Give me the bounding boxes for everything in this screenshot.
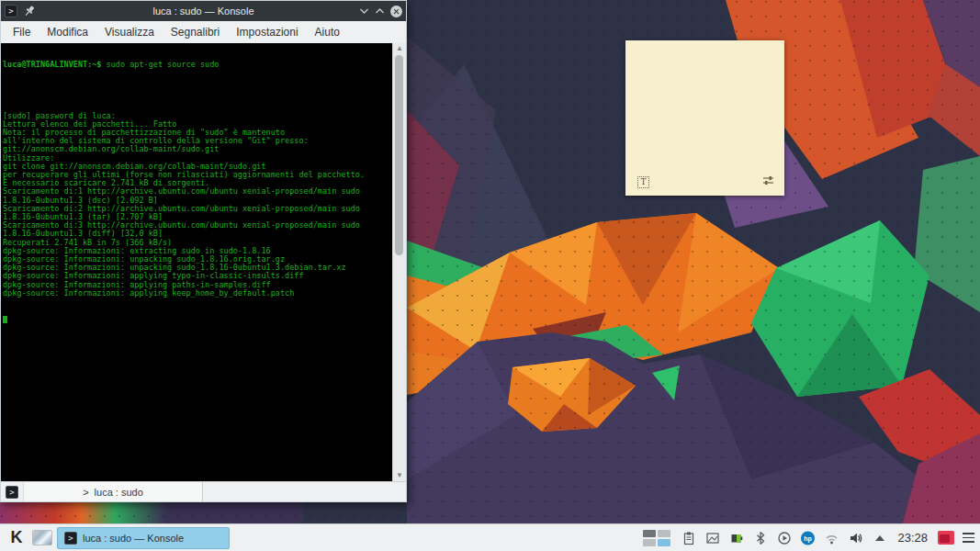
scroll-up-icon[interactable]: ▲ bbox=[393, 44, 406, 53]
konsole-window: > luca : sudo — Konsole Fi bbox=[0, 0, 407, 502]
konsole-task-icon: > bbox=[64, 532, 77, 545]
battery-icon[interactable] bbox=[728, 530, 744, 545]
maximize-icon[interactable] bbox=[375, 6, 385, 16]
hp-device-icon[interactable]: hp bbox=[800, 530, 816, 545]
image-icon[interactable] bbox=[704, 530, 720, 545]
format-text-icon[interactable]: T bbox=[637, 176, 649, 188]
konsole-window-icon: > bbox=[5, 5, 17, 17]
konsole-tab-icon: > bbox=[83, 487, 88, 498]
task-button-konsole[interactable]: > luca : sudo — Konsole bbox=[57, 527, 230, 549]
new-tab-button[interactable]: > bbox=[1, 482, 23, 501]
task-button-label: luca : sudo — Konsole bbox=[83, 533, 184, 544]
media-player-icon[interactable] bbox=[776, 530, 792, 545]
terminal-cursor bbox=[3, 316, 7, 323]
menu-bar: FileModificaVisualizzaSegnalibriImpostaz… bbox=[1, 21, 406, 43]
desktop-pager-icon[interactable] bbox=[32, 530, 52, 545]
tab-bar: > > luca : sudo bbox=[1, 481, 406, 501]
virtual-desktop-pager[interactable] bbox=[643, 530, 670, 546]
window-titlebar[interactable]: > luca : sudo — Konsole bbox=[1, 1, 406, 21]
menu-item[interactable]: Impostazioni bbox=[228, 23, 306, 41]
menu-item[interactable]: File bbox=[5, 23, 39, 41]
terminal-scrollbar[interactable]: ▲ ▼ bbox=[392, 43, 406, 481]
desktop: T > luca : sudo — Konsole bbox=[0, 0, 980, 551]
volume-icon[interactable] bbox=[848, 530, 863, 545]
menu-item[interactable]: Aiuto bbox=[307, 23, 348, 41]
bluetooth-icon[interactable] bbox=[752, 530, 768, 545]
terminal-line: luca@TRINGALINVENT:~$ sudo apt-get sourc… bbox=[3, 61, 392, 69]
menu-item[interactable]: Segnalibri bbox=[163, 23, 228, 41]
application-launcher-icon[interactable]: K bbox=[6, 527, 28, 549]
scroll-down-icon[interactable]: ▼ bbox=[393, 471, 406, 480]
digital-clock[interactable]: 23:28 bbox=[896, 531, 929, 545]
terminal-line: git://anonscm.debian.org/collab-maint/su… bbox=[3, 145, 392, 153]
terminal-output[interactable]: luca@TRINGALINVENT:~$ sudo apt-get sourc… bbox=[1, 43, 392, 481]
close-icon[interactable] bbox=[390, 6, 402, 17]
minimize-icon[interactable] bbox=[359, 6, 369, 16]
window-title: luca : sudo — Konsole bbox=[1, 6, 406, 17]
pin-icon[interactable] bbox=[23, 5, 36, 17]
clipboard-icon[interactable] bbox=[681, 530, 696, 545]
new-tab-icon: > bbox=[6, 486, 18, 499]
wifi-icon[interactable] bbox=[824, 530, 839, 545]
panel-menu-icon[interactable] bbox=[963, 533, 974, 542]
tab-label: luca : sudo bbox=[95, 487, 143, 498]
sticky-note-widget[interactable]: T bbox=[625, 40, 784, 196]
scrollbar-thumb[interactable] bbox=[395, 55, 403, 255]
terminal-cursor-line bbox=[3, 315, 392, 325]
svg-text:hp: hp bbox=[805, 534, 813, 542]
terminal-line: dpkg-source: Informazioni: applying keep… bbox=[3, 289, 392, 298]
taskbar-panel: K > luca : sudo — Konsole bbox=[0, 523, 980, 551]
menu-item[interactable]: Visualizza bbox=[96, 23, 163, 41]
red-folder-icon[interactable] bbox=[938, 531, 954, 545]
menu-item[interactable]: Modifica bbox=[39, 23, 96, 41]
tab-luca-sudo[interactable]: > luca : sudo bbox=[23, 482, 203, 501]
note-settings-icon[interactable] bbox=[761, 173, 775, 189]
expand-tray-icon[interactable] bbox=[872, 530, 887, 545]
shell-command: sudo apt-get source sudo bbox=[107, 60, 220, 69]
system-tray: hp bbox=[643, 530, 974, 546]
shell-prompt: luca@TRINGALINVENT:~$ bbox=[3, 60, 101, 69]
